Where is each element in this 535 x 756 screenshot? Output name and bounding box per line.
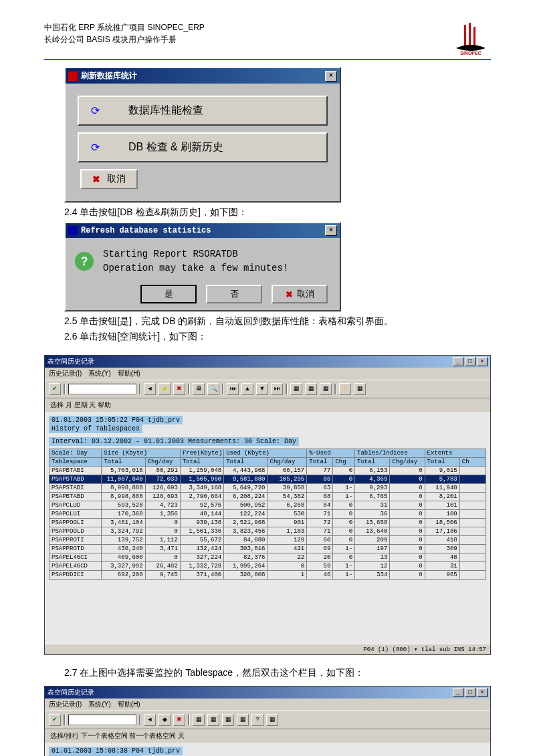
svg-text:SINOPEC: SINOPEC	[460, 51, 481, 55]
header-line2: 长岭分公司 BASIS 模块用户操作手册	[44, 33, 205, 45]
exit-icon[interactable]: ◆	[158, 383, 171, 395]
cancel-button[interactable]: ✖ 取消	[80, 169, 138, 189]
command-input[interactable]	[68, 384, 136, 394]
maximize-icon[interactable]: □	[465, 688, 475, 697]
db-perf-check-button[interactable]: ⟳ 数据库性能检查	[78, 96, 328, 126]
yes-button[interactable]: 是	[140, 285, 197, 303]
help-icon[interactable]: ?	[251, 714, 263, 726]
table-row[interactable]: PSAPPOOLI3,461,1040939,1362,521,96890172…	[49, 519, 486, 527]
tool-icon[interactable]: ▦	[222, 714, 234, 726]
window-icon	[68, 226, 78, 235]
sinopec-logo: SINOPEC	[451, 21, 491, 55]
table-row[interactable]: PSAPCLUD593,5284,72392,576500,9526,26884…	[49, 501, 486, 510]
maximize-icon[interactable]: □	[465, 357, 475, 366]
subtoolbar: 选择/排行 下一个表格空间 前一个表格空间 天	[45, 729, 490, 743]
tablespace-history-window-2: 表空间历史记录 _ □ × 历史记录(I)系统(Y)帮助(H) ✔ ◄ ◆ ✖ …	[44, 686, 491, 756]
minimize-icon[interactable]: _	[453, 357, 463, 366]
print-icon[interactable]: 🖶	[193, 383, 205, 395]
statusbar: P04 (1) (800) ▾ tlal sub INS 14:57	[45, 644, 490, 654]
menubar[interactable]: 历史记录(I)系统(Y)帮助(H)	[45, 699, 490, 711]
x-icon: ✖	[286, 289, 293, 299]
cancel-icon[interactable]: ✖	[173, 714, 185, 726]
header-line1: 中国石化 ERP 系统推广项目 SINOPEC_ERP	[44, 21, 205, 33]
window-title: 表空间历史记录	[47, 688, 94, 697]
table-row[interactable]: PSAPPROTI139,7521,11255,67284,0801296002…	[49, 536, 486, 545]
info-header: 01.01.2003 15:05:22 P04 tjdb_prv	[49, 416, 183, 424]
table-row[interactable]: PSAPSTABI8,998,888126,6933,349,1685,649,…	[49, 484, 486, 493]
info-header: History of Tablespaces	[49, 424, 142, 433]
tool-icon[interactable]: ▦	[305, 383, 317, 395]
table-row[interactable]: PSAPBTABI5,703,01680,2911,259,0484,443,9…	[49, 467, 486, 475]
help-icon[interactable]: ?	[339, 383, 351, 395]
toolbar: ✔ ◄ ◆ ✖ ▦ ▦ ▦ ▦ ? ▦	[45, 711, 490, 729]
page-down-icon[interactable]: ▼	[256, 383, 268, 395]
svg-rect-1	[469, 23, 471, 48]
cancel-button[interactable]: ✖ 取消	[272, 285, 328, 303]
close-icon[interactable]: ×	[325, 71, 337, 82]
svg-rect-0	[464, 25, 466, 48]
check-icon[interactable]: ✔	[49, 714, 61, 726]
find-icon[interactable]: 🔍	[207, 383, 219, 395]
dialog-confirm: Refresh database statistics × ? Starting…	[64, 222, 341, 311]
tool-icon[interactable]: ▦	[290, 383, 302, 395]
step-2-6: 2.6 单击按钮[空间统计]，如下图：	[64, 331, 491, 343]
tool-icon[interactable]: ▦	[207, 714, 219, 726]
tool-icon[interactable]: ▦	[266, 714, 278, 726]
dialog2-title: Refresh database statistics	[81, 226, 211, 235]
step-2-7: 2.7 在上图中选择需要监控的 Tablespace，然后双击这个栏目，如下图：	[64, 667, 491, 679]
window-title: 表空间历史记录	[47, 357, 94, 366]
db-check-refresh-history-button[interactable]: ⟳ DB 检查 & 刷新历史	[78, 132, 328, 162]
svg-rect-2	[473, 27, 475, 48]
close-icon[interactable]: ×	[477, 357, 488, 366]
dialog-refresh-db: 刷新数据库统计 × ⟳ 数据库性能检查 ⟳ DB 检查 & 刷新历史 ✖ 取消	[64, 67, 341, 203]
check-icon[interactable]: ✔	[49, 383, 61, 395]
table-row[interactable]: PSAPPOOLD3,324,79201,501,3363,823,4561,1…	[49, 527, 486, 536]
page-up-icon[interactable]: ▲	[241, 383, 253, 395]
question-icon: ?	[75, 252, 94, 271]
dialog1-title: 刷新数据库统计	[81, 70, 137, 82]
table-row[interactable]: PSAPPROTD436,2403,471132,424303,81642169…	[49, 545, 486, 553]
window-icon	[68, 72, 78, 81]
subtoolbar: 选择 月 星期 天 帮助	[45, 398, 490, 412]
tablespace-history-window: 表空间历史记录 _ □ × 历史记录(I)系统(Y)帮助(H) ✔ ◄ ◆ ✖ …	[44, 355, 491, 655]
close-icon[interactable]: ×	[325, 225, 337, 236]
no-button[interactable]: 否	[206, 285, 262, 303]
cancel-icon[interactable]: ✖	[173, 383, 185, 395]
tool-icon[interactable]: ▦	[193, 714, 205, 726]
page-last-icon[interactable]: ⏭	[271, 383, 283, 395]
table-row[interactable]: PSAPDDICI692,2089,745371,400320,8081461-…	[49, 571, 486, 580]
step-2-5: 2.5 单击按钮[是]，完成 DB 的刷新，自动返回到数据库性能：表格和索引界面…	[64, 316, 491, 328]
tablespace-table: Scale: Day Size (Kbyte) Free(Kbyte) Used…	[49, 449, 486, 580]
command-input[interactable]	[68, 715, 136, 725]
back-icon[interactable]: ◄	[144, 383, 156, 395]
msg-line1: Starting Report RSORATDB	[103, 247, 288, 261]
msg-line2: Operation may take a few minutes!	[103, 261, 288, 275]
table-row[interactable]: PSAPBTABD8,998,888126,6932,790,6646,208,…	[49, 493, 486, 501]
table-row[interactable]: PSAPEL46CI409,6000327,22482,376222001304…	[49, 553, 486, 562]
table-row[interactable]: PSAPCLUI170,3681,35648,144122,2245307103…	[49, 510, 486, 519]
x-icon: ✖	[92, 174, 100, 184]
refresh-icon: ⟳	[88, 104, 102, 118]
exit-icon[interactable]: ◆	[158, 714, 171, 726]
refresh-icon: ⟳	[88, 141, 102, 154]
tool-icon[interactable]: ▦	[354, 383, 366, 395]
toolbar: ✔ ◄ ◆ ✖ 🖶 🔍 ⏮ ▲ ▼ ⏭ ▦ ▦ ▦ ? ▦	[45, 380, 490, 398]
menubar[interactable]: 历史记录(I)系统(Y)帮助(H)	[45, 368, 490, 380]
table-row[interactable]: PSAPEL46CD3,327,99226,4821,332,7281,995,…	[49, 562, 486, 571]
header-divider	[44, 59, 491, 60]
back-icon[interactable]: ◄	[144, 714, 156, 726]
tool-icon[interactable]: ▦	[237, 714, 249, 726]
close-icon[interactable]: ×	[477, 688, 488, 697]
page-first-icon[interactable]: ⏮	[227, 383, 239, 395]
table-row[interactable]: PSAPSTABD11,087,84072,0331,505,9609,581,…	[49, 475, 486, 484]
minimize-icon[interactable]: _	[453, 688, 463, 697]
interval-line: Interval: 03.12.2002 - 01.01.2003 Measur…	[49, 437, 299, 446]
step-2-4: 2.4 单击按钮[DB 检查&刷新历史]，如下图：	[64, 207, 491, 219]
tool-icon[interactable]: ▦	[320, 383, 332, 395]
